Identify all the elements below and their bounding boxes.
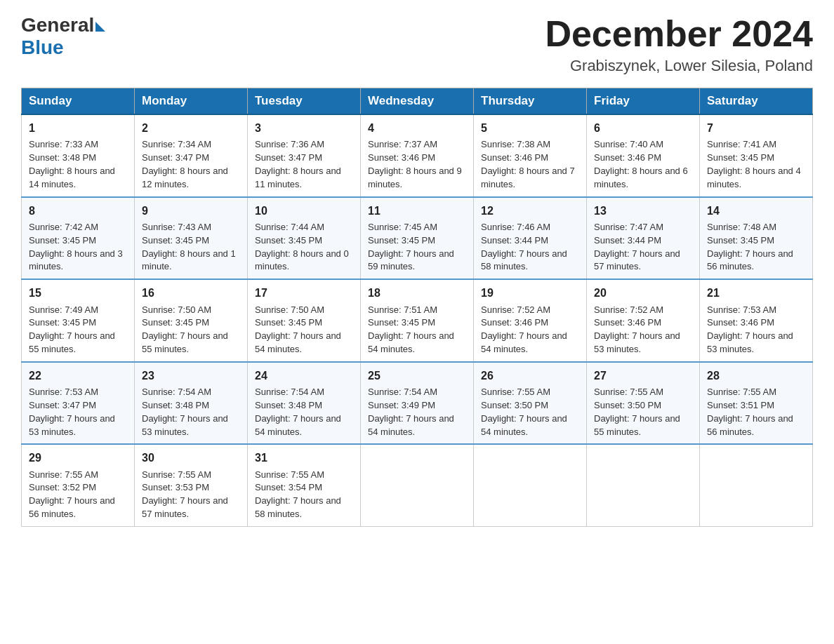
calendar-cell: 6 Sunrise: 7:40 AMSunset: 3:46 PMDayligh…	[587, 114, 700, 197]
day-info: Sunrise: 7:50 AMSunset: 3:45 PMDaylight:…	[142, 304, 228, 355]
day-info: Sunrise: 7:55 AMSunset: 3:53 PMDaylight:…	[142, 469, 228, 520]
month-title: December 2024	[545, 14, 813, 54]
week-row-2: 8 Sunrise: 7:42 AMSunset: 3:45 PMDayligh…	[22, 197, 813, 280]
calendar-cell: 13 Sunrise: 7:47 AMSunset: 3:44 PMDaylig…	[587, 197, 700, 280]
calendar-cell	[361, 444, 474, 526]
day-info: Sunrise: 7:36 AMSunset: 3:47 PMDaylight:…	[255, 139, 341, 189]
calendar-cell: 18 Sunrise: 7:51 AMSunset: 3:45 PMDaylig…	[361, 279, 474, 362]
day-number: 26	[481, 368, 579, 384]
column-header-tuesday: Tuesday	[248, 88, 361, 115]
day-number: 2	[142, 120, 240, 136]
logo-blue-text: Blue	[21, 36, 64, 59]
location-title: Grabiszynek, Lower Silesia, Poland	[545, 57, 813, 75]
day-info: Sunrise: 7:52 AMSunset: 3:46 PMDaylight:…	[594, 304, 680, 355]
page-header: General Blue December 2024 Grabiszynek, …	[21, 14, 813, 75]
day-info: Sunrise: 7:47 AMSunset: 3:44 PMDaylight:…	[594, 222, 680, 272]
calendar-cell: 9 Sunrise: 7:43 AMSunset: 3:45 PMDayligh…	[135, 197, 248, 280]
calendar-cell: 16 Sunrise: 7:50 AMSunset: 3:45 PMDaylig…	[135, 279, 248, 362]
day-info: Sunrise: 7:44 AMSunset: 3:45 PMDaylight:…	[255, 222, 349, 272]
day-number: 24	[255, 368, 353, 384]
calendar-cell: 27 Sunrise: 7:55 AMSunset: 3:50 PMDaylig…	[587, 362, 700, 445]
calendar-cell: 14 Sunrise: 7:48 AMSunset: 3:45 PMDaylig…	[700, 197, 813, 280]
calendar-cell: 19 Sunrise: 7:52 AMSunset: 3:46 PMDaylig…	[474, 279, 587, 362]
day-number: 3	[255, 120, 353, 136]
day-number: 23	[142, 368, 240, 384]
day-number: 5	[481, 120, 579, 136]
day-number: 10	[255, 203, 353, 219]
week-row-3: 15 Sunrise: 7:49 AMSunset: 3:45 PMDaylig…	[22, 279, 813, 362]
day-number: 4	[368, 120, 466, 136]
day-info: Sunrise: 7:50 AMSunset: 3:45 PMDaylight:…	[255, 304, 341, 355]
calendar-header-row: SundayMondayTuesdayWednesdayThursdayFrid…	[22, 88, 813, 115]
day-info: Sunrise: 7:55 AMSunset: 3:52 PMDaylight:…	[29, 469, 115, 520]
day-number: 25	[368, 368, 466, 384]
day-info: Sunrise: 7:43 AMSunset: 3:45 PMDaylight:…	[142, 222, 236, 272]
day-number: 11	[368, 203, 466, 219]
day-number: 8	[29, 203, 127, 219]
calendar-cell: 15 Sunrise: 7:49 AMSunset: 3:45 PMDaylig…	[22, 279, 135, 362]
calendar-cell: 4 Sunrise: 7:37 AMSunset: 3:46 PMDayligh…	[361, 114, 474, 197]
calendar-cell	[587, 444, 700, 526]
column-header-friday: Friday	[587, 88, 700, 115]
calendar-cell: 22 Sunrise: 7:53 AMSunset: 3:47 PMDaylig…	[22, 362, 135, 445]
logo-general-text: General	[21, 14, 94, 36]
day-number: 30	[142, 450, 240, 466]
column-header-thursday: Thursday	[474, 88, 587, 115]
day-info: Sunrise: 7:42 AMSunset: 3:45 PMDaylight:…	[29, 222, 123, 272]
calendar-cell: 28 Sunrise: 7:55 AMSunset: 3:51 PMDaylig…	[700, 362, 813, 445]
week-row-5: 29 Sunrise: 7:55 AMSunset: 3:52 PMDaylig…	[22, 444, 813, 526]
day-number: 19	[481, 285, 579, 301]
day-info: Sunrise: 7:53 AMSunset: 3:46 PMDaylight:…	[707, 304, 793, 355]
day-number: 20	[594, 285, 692, 301]
week-row-1: 1 Sunrise: 7:33 AMSunset: 3:48 PMDayligh…	[22, 114, 813, 197]
calendar-cell: 10 Sunrise: 7:44 AMSunset: 3:45 PMDaylig…	[248, 197, 361, 280]
calendar-cell: 23 Sunrise: 7:54 AMSunset: 3:48 PMDaylig…	[135, 362, 248, 445]
day-info: Sunrise: 7:53 AMSunset: 3:47 PMDaylight:…	[29, 387, 115, 437]
day-number: 1	[29, 120, 127, 136]
week-row-4: 22 Sunrise: 7:53 AMSunset: 3:47 PMDaylig…	[22, 362, 813, 445]
day-number: 17	[255, 285, 353, 301]
day-number: 6	[594, 120, 692, 136]
title-area: December 2024 Grabiszynek, Lower Silesia…	[545, 14, 813, 75]
day-number: 7	[707, 120, 805, 136]
day-info: Sunrise: 7:55 AMSunset: 3:50 PMDaylight:…	[481, 387, 567, 437]
day-number: 16	[142, 285, 240, 301]
day-number: 27	[594, 368, 692, 384]
calendar-cell: 30 Sunrise: 7:55 AMSunset: 3:53 PMDaylig…	[135, 444, 248, 526]
day-number: 15	[29, 285, 127, 301]
day-number: 21	[707, 285, 805, 301]
day-info: Sunrise: 7:55 AMSunset: 3:51 PMDaylight:…	[707, 387, 793, 437]
calendar-cell: 12 Sunrise: 7:46 AMSunset: 3:44 PMDaylig…	[474, 197, 587, 280]
day-number: 28	[707, 368, 805, 384]
day-info: Sunrise: 7:52 AMSunset: 3:46 PMDaylight:…	[481, 304, 567, 355]
day-info: Sunrise: 7:33 AMSunset: 3:48 PMDaylight:…	[29, 139, 115, 189]
calendar-cell: 29 Sunrise: 7:55 AMSunset: 3:52 PMDaylig…	[22, 444, 135, 526]
calendar-cell: 1 Sunrise: 7:33 AMSunset: 3:48 PMDayligh…	[22, 114, 135, 197]
calendar-cell: 7 Sunrise: 7:41 AMSunset: 3:45 PMDayligh…	[700, 114, 813, 197]
day-info: Sunrise: 7:49 AMSunset: 3:45 PMDaylight:…	[29, 304, 115, 355]
day-number: 18	[368, 285, 466, 301]
day-number: 9	[142, 203, 240, 219]
calendar-cell: 2 Sunrise: 7:34 AMSunset: 3:47 PMDayligh…	[135, 114, 248, 197]
day-info: Sunrise: 7:45 AMSunset: 3:45 PMDaylight:…	[368, 222, 454, 272]
day-info: Sunrise: 7:41 AMSunset: 3:45 PMDaylight:…	[707, 139, 801, 189]
calendar-cell: 26 Sunrise: 7:55 AMSunset: 3:50 PMDaylig…	[474, 362, 587, 445]
column-header-sunday: Sunday	[22, 88, 135, 115]
calendar-cell: 20 Sunrise: 7:52 AMSunset: 3:46 PMDaylig…	[587, 279, 700, 362]
day-info: Sunrise: 7:54 AMSunset: 3:49 PMDaylight:…	[368, 387, 454, 437]
calendar-table: SundayMondayTuesdayWednesdayThursdayFrid…	[21, 88, 813, 527]
day-number: 13	[594, 203, 692, 219]
calendar-cell: 21 Sunrise: 7:53 AMSunset: 3:46 PMDaylig…	[700, 279, 813, 362]
day-number: 14	[707, 203, 805, 219]
day-info: Sunrise: 7:51 AMSunset: 3:45 PMDaylight:…	[368, 304, 454, 355]
logo-arrow-icon	[95, 22, 105, 32]
column-header-saturday: Saturday	[700, 88, 813, 115]
calendar-cell: 31 Sunrise: 7:55 AMSunset: 3:54 PMDaylig…	[248, 444, 361, 526]
day-info: Sunrise: 7:55 AMSunset: 3:50 PMDaylight:…	[594, 387, 680, 437]
calendar-cell: 17 Sunrise: 7:50 AMSunset: 3:45 PMDaylig…	[248, 279, 361, 362]
calendar-cell	[474, 444, 587, 526]
logo: General Blue	[21, 14, 105, 59]
calendar-cell: 3 Sunrise: 7:36 AMSunset: 3:47 PMDayligh…	[248, 114, 361, 197]
day-info: Sunrise: 7:37 AMSunset: 3:46 PMDaylight:…	[368, 139, 462, 189]
day-info: Sunrise: 7:40 AMSunset: 3:46 PMDaylight:…	[594, 139, 688, 189]
